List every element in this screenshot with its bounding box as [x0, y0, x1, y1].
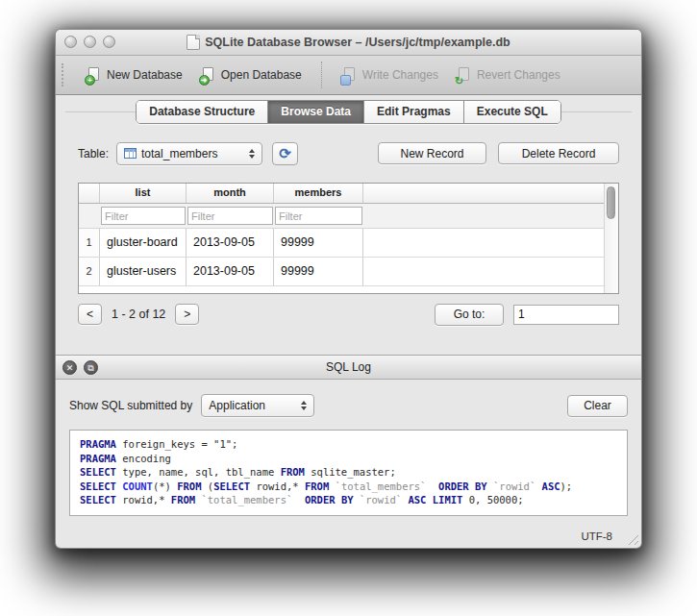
filter-cell-list — [100, 204, 187, 228]
column-header-members[interactable]: members — [274, 184, 363, 203]
goto-record-input[interactable] — [513, 305, 619, 325]
sql-line: PRAGMA encoding — [80, 452, 617, 466]
tab-database-structure[interactable]: Database Structure — [137, 101, 268, 123]
sql-token-kw: PRAGMA — [80, 438, 116, 450]
sql-log-header[interactable]: ✕ ⧉ SQL Log — [56, 355, 641, 380]
float-icon: ⧉ — [87, 363, 93, 373]
grid-filter-row — [79, 204, 604, 229]
sql-token-plain — [292, 494, 305, 505]
filter-cell-members — [274, 204, 363, 228]
filter-cell-month — [187, 204, 274, 228]
sql-token-kw: FROM — [305, 480, 329, 492]
sql-token-id: `rowid` — [493, 480, 535, 492]
data-cell-members[interactable]: 99999 — [274, 229, 363, 257]
data-cell-list[interactable]: gluster-users — [100, 258, 187, 285]
tab-browse-data[interactable]: Browse Data — [268, 101, 364, 123]
sql-token-plain — [426, 480, 438, 492]
delete-record-button[interactable]: Delete Record — [498, 142, 619, 164]
next-page-button[interactable]: > — [175, 304, 199, 325]
data-cell-list[interactable]: gluster-board — [100, 229, 187, 257]
filter-input-month[interactable] — [187, 207, 273, 225]
sql-token-plain: type, name, sql, tbl_name — [116, 466, 281, 478]
sql-log-output[interactable]: PRAGMA foreign_keys = "1";PRAGMA encodin… — [69, 430, 628, 516]
table-label: Table: — [78, 147, 109, 160]
tab-edit-pragmas[interactable]: Edit Pragmas — [364, 101, 464, 123]
main-toolbar: + New Database ➜ Open Database Write Cha… — [56, 56, 641, 95]
popup-arrows-icon — [293, 401, 307, 410]
sql-token-kw: ASC — [542, 480, 560, 492]
sql-source-select[interactable]: Application — [201, 394, 314, 417]
prev-page-button[interactable]: < — [78, 304, 102, 325]
filter-input-list[interactable] — [101, 207, 186, 225]
sql-token-plain: encoding — [116, 453, 171, 464]
grid-row-2[interactable]: 2gluster-users2013-09-0599999 — [79, 258, 604, 286]
refresh-icon: ⟳ — [279, 145, 291, 162]
grid-vertical-scrollbar[interactable] — [604, 184, 618, 293]
popup-arrows-icon — [241, 149, 255, 159]
row-number-cell: 2 — [79, 258, 100, 285]
zoom-window-button[interactable] — [103, 36, 115, 48]
close-window-button[interactable] — [64, 36, 77, 48]
table-select[interactable]: total_members — [116, 142, 262, 165]
tab-bar-wrap: Database StructureBrowse DataEdit Pragma… — [78, 100, 619, 124]
sql-filter-row: Show SQL submitted by Application Clear — [69, 393, 628, 418]
refresh-button[interactable]: ⟳ — [272, 142, 298, 165]
sql-token-kw: FROM — [281, 466, 305, 478]
resize-grip-icon[interactable] — [626, 532, 638, 545]
scrollbar-thumb[interactable] — [607, 186, 615, 219]
sql-token-kw: ASC — [408, 494, 426, 505]
sql-line: SELECT COUNT(*) FROM (SELECT rowid,* FRO… — [80, 480, 617, 494]
open-database-label: Open Database — [221, 68, 302, 82]
sql-token-kw: ORDER BY — [305, 494, 354, 505]
data-cell-month[interactable]: 2013-09-05 — [187, 258, 274, 285]
goto-button[interactable]: Go to: — [435, 304, 504, 326]
sql-token-plain: ( — [201, 480, 213, 492]
grid-body[interactable]: listmonthmembers1gluster-board2013-09-05… — [79, 184, 604, 293]
toolbar-separator — [321, 62, 322, 88]
new-database-icon: + — [86, 67, 102, 84]
title-group: SQLite Database Browser – /Users/jc/tmp/… — [187, 35, 510, 50]
document-proxy-icon — [187, 35, 200, 50]
sql-line: SELECT type, name, sql, tbl_name FROM sq… — [80, 465, 617, 480]
sql-token-kw: SELECT — [80, 480, 116, 492]
data-cell-members[interactable]: 99999 — [274, 258, 363, 285]
sql-token-kw: ORDER BY — [438, 480, 487, 492]
sql-source-value: Application — [209, 399, 265, 412]
column-header-list[interactable]: list — [100, 184, 187, 203]
filter-corner-cell — [79, 204, 100, 228]
sql-token-plain: (*) — [153, 480, 177, 492]
close-icon: ✕ — [66, 363, 74, 373]
new-database-button[interactable]: + New Database — [86, 67, 183, 84]
status-bar: UTF-8 — [56, 524, 641, 548]
sql-token-kw: SELECT — [80, 494, 116, 505]
data-cell-month[interactable]: 2013-09-05 — [187, 229, 274, 257]
revert-changes-button[interactable]: ↻ Revert Changes — [456, 67, 560, 84]
table-select-value: total_members — [141, 147, 217, 160]
browse-data-pane: Database StructureBrowse DataEdit Pragma… — [56, 95, 641, 355]
tab-bar: Database StructureBrowse DataEdit Pragma… — [136, 100, 560, 124]
clear-log-button[interactable]: Clear — [567, 395, 628, 417]
sql-token-id: `total_members` — [201, 494, 292, 505]
new-record-button[interactable]: New Record — [378, 142, 486, 164]
filter-row-filler — [363, 204, 604, 228]
open-database-button[interactable]: ➜ Open Database — [200, 67, 302, 84]
record-range-label: 1 - 2 of 12 — [112, 308, 165, 321]
grid-row-1[interactable]: 1gluster-board2013-09-0599999 — [79, 229, 604, 258]
sql-line: PRAGMA foreign_keys = "1"; — [80, 437, 617, 452]
minimize-window-button[interactable] — [84, 36, 96, 48]
data-row-filler — [363, 229, 604, 257]
float-sql-log-button[interactable]: ⧉ — [84, 360, 98, 375]
close-sql-log-button[interactable]: ✕ — [62, 360, 77, 375]
data-row-filler — [363, 258, 604, 285]
sql-token-plain: sqlite_master; — [305, 466, 396, 478]
show-sql-label: Show SQL submitted by — [69, 399, 192, 412]
tab-execute-sql[interactable]: Execute SQL — [464, 101, 560, 123]
sql-token-id: `total_members` — [336, 480, 427, 492]
write-changes-button[interactable]: Write Changes — [341, 67, 438, 84]
sql-log-title: SQL Log — [56, 360, 641, 374]
titlebar[interactable]: SQLite Database Browser – /Users/jc/tmp/… — [56, 30, 641, 56]
column-header-month[interactable]: month — [187, 184, 274, 203]
filter-input-members[interactable] — [275, 207, 362, 225]
toolbar-grip-icon — [62, 63, 66, 86]
encoding-label: UTF-8 — [581, 530, 612, 542]
